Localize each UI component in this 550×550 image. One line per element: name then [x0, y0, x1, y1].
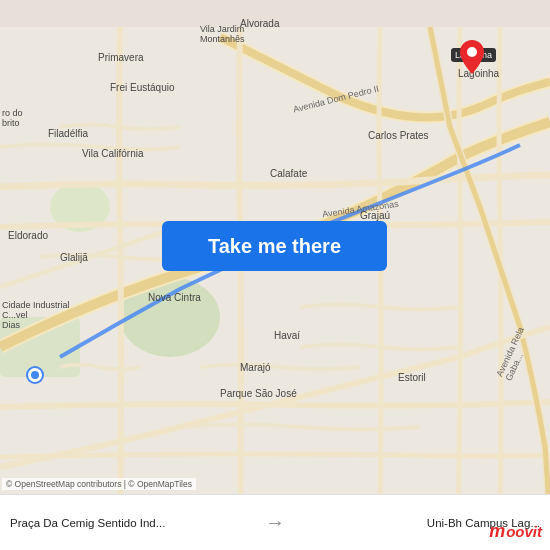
neighborhood-calafate: Calafate: [270, 168, 307, 179]
destination-pin: [460, 40, 488, 74]
neighborhood-havai: Havaí: [274, 330, 300, 341]
from-stop-label: Praça Da Cemig Sentido Ind...: [10, 517, 259, 529]
moovit-logo: moovit: [489, 521, 542, 542]
neighborhood-estoril: Estoril: [398, 372, 426, 383]
neighborhood-cidadeindustrial: Cidade IndustrialC...velDias: [2, 300, 70, 330]
neighborhood-vilajardiim: Vila JardimMontanhês: [200, 24, 245, 44]
map-background: Alvorada Primavera Vila JardimMontanhês …: [0, 0, 550, 550]
neighborhood-freieustaquio: Frei Eustáquio: [110, 82, 174, 93]
app: Alvorada Primavera Vila JardimMontanhês …: [0, 0, 550, 550]
take-me-there-button[interactable]: Take me there: [162, 221, 387, 271]
bottom-bar: Praça Da Cemig Sentido Ind... → Uni-Bh C…: [0, 494, 550, 550]
neighborhood-filadelfia: Filadélfia: [48, 128, 88, 139]
neighborhood-carlosprates: Carlos Prates: [368, 130, 429, 141]
neighborhood-alvorada: Alvorada: [240, 18, 279, 29]
moovit-logo-text: m: [489, 521, 505, 542]
neighborhood-vilacalifornia: Vila Califórnia: [82, 148, 144, 159]
neighborhood-primavera: Primavera: [98, 52, 144, 63]
moovit-logo-rest: oovit: [506, 523, 542, 540]
origin-dot: [28, 368, 42, 382]
neighborhood-novacintra: Nova Cintra: [148, 292, 201, 303]
neighborhood-glalija: Glalijã: [60, 252, 88, 263]
neighborhood-rodobrito: ro dobrito: [2, 108, 23, 128]
road-network: [0, 0, 550, 550]
neighborhood-eldorado: Eldorado: [8, 230, 48, 241]
map-attribution: © OpenStreetMap contributors | © OpenMap…: [2, 478, 196, 490]
neighborhood-marajo: Marajó: [240, 362, 271, 373]
arrow-separator: →: [265, 511, 285, 534]
svg-point-4: [467, 47, 477, 57]
neighborhood-parquesaojose: Parque São José: [220, 388, 297, 399]
